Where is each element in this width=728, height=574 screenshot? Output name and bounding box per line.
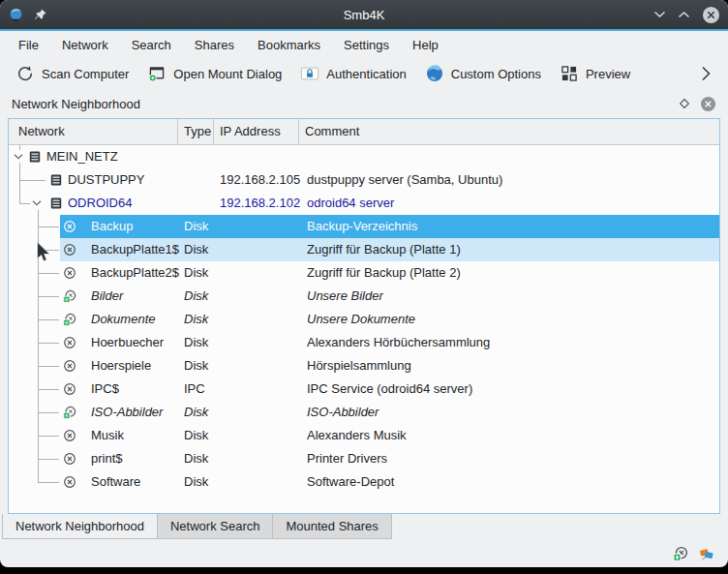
cell-network-name: IPC$ — [91, 378, 119, 401]
tab-mounted-shares[interactable]: Mounted Shares — [273, 514, 391, 539]
minimize-icon[interactable] — [653, 11, 666, 18]
cell-network-name: Backup — [91, 215, 133, 238]
maximize-icon[interactable] — [678, 11, 690, 18]
tree-row-print-[interactable]: print$DiskPrinter Drivers — [9, 447, 719, 470]
cell-network-name: ODROID64 — [68, 192, 132, 215]
tree-rows: MEIN_NETZDUSTPUPPY192.168.2.105dustpuppy… — [9, 145, 719, 494]
server-icon — [49, 196, 63, 210]
tree-branch-line — [38, 343, 59, 344]
tree-row-dokumente[interactable]: DokumenteDiskUnsere Dokumente — [9, 308, 719, 331]
tree-row-backupplatte2-[interactable]: BackupPlatte2$DiskZugriff für Backup (Pl… — [9, 261, 719, 285]
cell-comment: dustpuppy server (Samba, Ubuntu) — [307, 168, 502, 192]
tree-row-musik[interactable]: MusikDiskAlexanders Musik — [9, 424, 719, 447]
cell-network-name: print$ — [91, 447, 123, 470]
cell-comment: Zugriff für Backup (Platte 2) — [307, 261, 461, 285]
tree-row-iso-abbilder[interactable]: ISO-AbbilderDiskISO-Abbilder — [9, 401, 719, 424]
close-icon[interactable] — [702, 6, 720, 24]
tab-network-search[interactable]: Network Search — [158, 514, 273, 539]
tree-row-ipc-[interactable]: IPC$IPCIPC Service (odroid64 server) — [9, 378, 719, 401]
cell-network-name: DUSTPUPPY — [68, 168, 144, 192]
open-mount-dialog-button[interactable]: Open Mount Dialog — [147, 64, 282, 83]
scan-computer-button[interactable]: Scan Computer — [15, 64, 129, 83]
share-icon — [63, 359, 76, 373]
tree-branch-line — [38, 470, 39, 482]
cell-network-name: ISO-Abbilder — [91, 401, 163, 424]
tree-branch-line — [38, 436, 59, 437]
cell-comment: IPC Service (odroid64 server) — [307, 378, 472, 401]
cell-network-name: BackupPlatte1$ — [91, 238, 179, 261]
toolbar-button-label: Scan Computer — [42, 67, 129, 81]
menu-help[interactable]: Help — [411, 36, 440, 54]
column-header-type[interactable]: Type — [178, 119, 214, 144]
share-mounted-icon — [63, 289, 76, 303]
tree-column-header: NetworkTypeIP AddressComment — [9, 119, 719, 145]
custom-options-button[interactable]: Custom Options — [425, 64, 541, 83]
tree-branch-line — [38, 459, 59, 460]
chevron-right-icon[interactable] — [701, 66, 716, 81]
menu-bookmarks[interactable]: Bookmarks — [257, 36, 321, 54]
cell-comment: Zugriff für Backup (Platte 1) — [307, 238, 461, 261]
tree-row-bilder[interactable]: BilderDiskUnsere Bilder — [9, 285, 719, 308]
column-header-network[interactable]: Network — [9, 119, 178, 144]
menu-network[interactable]: Network — [61, 36, 109, 54]
cell-comment: Backup-Verzeichnis — [307, 215, 417, 238]
cell-type: Disk — [184, 354, 208, 378]
expand-arrow-icon[interactable] — [14, 154, 23, 160]
cell-comment: odroid64 server — [307, 192, 394, 215]
float-diamond-icon[interactable] — [679, 98, 690, 109]
app-window: Smb4K FileNetworkSearchSharesBookmarksSe… — [0, 0, 728, 567]
cell-ip-address: 192.168.2.105 — [220, 168, 300, 192]
cell-type: Disk — [184, 401, 208, 424]
tree-branch-line — [38, 296, 59, 297]
cell-ip-address: 192.168.2.102 — [220, 192, 300, 215]
cell-comment: Software-Depot — [307, 470, 394, 494]
authentication-button[interactable]: Authentication — [300, 64, 406, 83]
expand-arrow-icon[interactable] — [32, 200, 42, 206]
cell-type: Disk — [184, 331, 208, 354]
dock-header: Network Neighborhood — [0, 89, 728, 118]
app-icon — [8, 7, 24, 23]
cell-network-name: MEIN_NETZ — [46, 145, 118, 168]
menu-shares[interactable]: Shares — [194, 36, 235, 54]
tree-branch-line — [38, 227, 59, 227]
share-icon — [63, 266, 76, 280]
tab-network-neighborhood[interactable]: Network Neighborhood — [2, 514, 158, 539]
mouse-cursor-icon — [36, 241, 51, 268]
tree-row-backupplatte1-[interactable]: BackupPlatte1$DiskZugriff für Backup (Pl… — [9, 238, 719, 261]
network-neighborhood-tree: NetworkTypeIP AddressComment MEIN_NETZDU… — [8, 118, 720, 514]
tree-row-dustpuppy[interactable]: DUSTPUPPY192.168.2.105dustpuppy server (… — [9, 168, 719, 192]
cell-comment: Alexanders Hörbüchersammlung — [307, 331, 490, 354]
cell-comment: ISO-Abbilder — [307, 401, 379, 424]
tree-row-software[interactable]: SoftwareDiskSoftware-Depot — [9, 470, 719, 494]
tree-branch-line — [38, 389, 59, 390]
mount-dialog-icon — [147, 64, 167, 83]
cell-type: Disk — [184, 215, 208, 238]
preview-button[interactable]: Preview — [560, 64, 630, 83]
column-header-ip-address[interactable]: IP Address — [214, 119, 299, 144]
share-icon — [63, 452, 76, 466]
titlebar[interactable]: Smb4K — [0, 0, 728, 29]
tree-row-hoerbuecher[interactable]: HoerbuecherDiskAlexanders Hörbüchersamml… — [9, 331, 719, 354]
tree-branch-line — [38, 273, 59, 274]
cell-comment: Printer Drivers — [307, 447, 387, 470]
cell-type: Disk — [184, 261, 208, 285]
tree-branch-line — [19, 145, 20, 150]
column-header-comment[interactable]: Comment — [299, 119, 719, 144]
menu-search[interactable]: Search — [131, 36, 172, 54]
tree-row-odroid64[interactable]: ODROID64192.168.2.102odroid64 server — [9, 192, 719, 215]
cell-type: Disk — [184, 308, 208, 331]
share-mounted-icon — [63, 406, 76, 419]
menu-file[interactable]: File — [17, 36, 40, 54]
share-icon — [63, 475, 76, 489]
tree-row-mein-netz[interactable]: MEIN_NETZ — [9, 145, 719, 168]
toolbar-button-label: Open Mount Dialog — [173, 67, 282, 81]
tree-branch-line — [19, 192, 20, 203]
share-icon — [63, 336, 76, 349]
tree-row-backup[interactable]: BackupDiskBackup-Verzeichnis — [9, 215, 719, 238]
toolbar-button-label: Custom Options — [451, 67, 541, 81]
tree-branch-line — [19, 180, 46, 181]
pin-icon[interactable] — [34, 8, 47, 21]
dock-close-icon[interactable] — [700, 96, 716, 112]
tree-row-hoerspiele[interactable]: HoerspieleDiskHörspielsammlung — [9, 354, 719, 378]
menu-settings[interactable]: Settings — [343, 36, 390, 54]
